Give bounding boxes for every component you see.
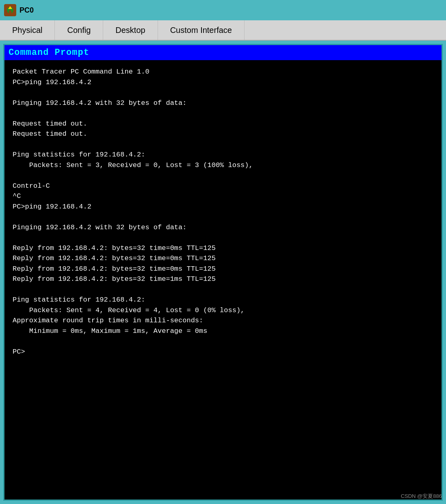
svg-rect-3 xyxy=(9,11,11,14)
tab-desktop[interactable]: Desktop xyxy=(103,20,158,40)
terminal-window: Command Prompt Packet Tracer PC Command … xyxy=(3,44,443,501)
terminal-title: Command Prompt xyxy=(4,45,442,60)
tab-config[interactable]: Config xyxy=(55,20,103,40)
window-title: PC0 xyxy=(19,6,34,15)
watermark: CSDN @安夏886 xyxy=(401,493,442,500)
tab-physical[interactable]: Physical xyxy=(0,20,55,40)
packet-tracer-icon xyxy=(4,4,16,16)
tab-bar: Physical Config Desktop Custom Interface xyxy=(0,20,446,41)
tab-custom-interface[interactable]: Custom Interface xyxy=(158,20,245,40)
terminal-body[interactable]: Packet Tracer PC Command Line 1.0 PC>pin… xyxy=(4,60,442,500)
main-content: Command Prompt Packet Tracer PC Command … xyxy=(0,41,446,504)
title-bar: PC0 xyxy=(0,0,446,20)
